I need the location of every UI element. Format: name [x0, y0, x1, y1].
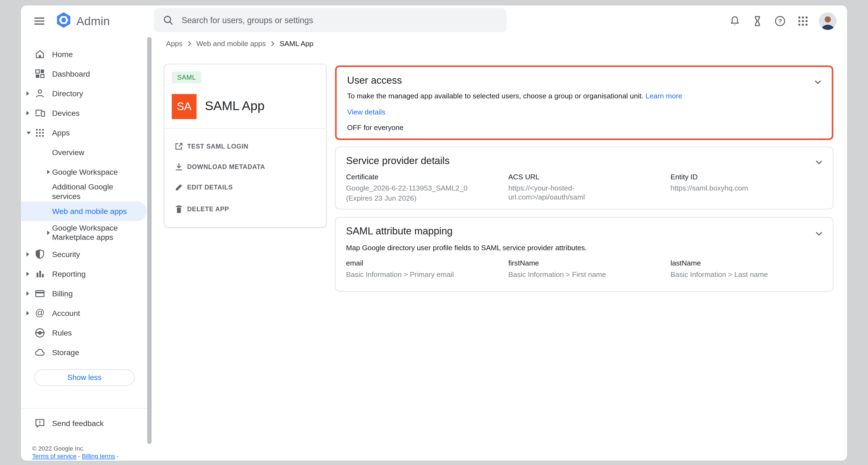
sidebar-item-label: Home — [52, 49, 141, 59]
sidebar-item-reporting[interactable]: Reporting — [21, 264, 148, 284]
pending-tasks-hourglass-icon[interactable] — [751, 14, 764, 28]
entity-id-field: Entity ID https://saml.boxyhq.com — [670, 173, 822, 203]
sidebar-item-label: Google Workspace — [52, 167, 141, 177]
expand-arrow-icon[interactable] — [26, 291, 29, 296]
top-bar: Admin ? — [21, 5, 847, 36]
delete-app-button[interactable]: DELETE APP — [164, 199, 326, 219]
breadcrumb-item-apps[interactable]: Apps — [166, 39, 182, 48]
breadcrumb-item-web-and-mobile-apps[interactable]: Web and mobile apps — [196, 39, 266, 48]
screen: Admin ? — [0, 0, 868, 465]
send-feedback-label: Send feedback — [52, 418, 141, 428]
test-saml-login-button[interactable]: TEST SAML LOGIN — [164, 136, 326, 157]
download-metadata-button[interactable]: DOWNLOAD METADATA — [164, 157, 326, 177]
sidebar-item-account[interactable]: @ Account — [21, 303, 148, 323]
chevron-down-icon[interactable] — [815, 230, 823, 238]
sidebar-item-security[interactable]: Security — [21, 245, 148, 264]
apps-grid-icon — [34, 127, 45, 138]
action-label: TEST SAML LOGIN — [187, 143, 248, 150]
sidebar-item-google-workspace[interactable]: Google Workspace — [21, 162, 148, 182]
at-sign-icon: @ — [34, 308, 45, 319]
edit-details-button[interactable]: EDIT DETAILS — [164, 177, 326, 197]
sidebar-item-rules[interactable]: Rules — [21, 323, 148, 343]
product-name: Admin — [76, 14, 110, 28]
mapping-email: email Basic Information > Primary email — [346, 259, 508, 279]
sidebar-item-directory[interactable]: Directory — [21, 84, 148, 103]
notifications-bell-icon[interactable] — [728, 14, 742, 28]
mapping-first-name: firstName Basic Information > First name — [508, 259, 670, 279]
mapped-field: Basic Information > Primary email — [346, 270, 508, 279]
user-access-status: OFF for everyone — [347, 123, 403, 132]
sidebar-item-additional-google-services[interactable]: Additional Google services — [21, 182, 148, 202]
field-value: Google_2026-6-22-113953_SAML2_0 — [346, 184, 508, 193]
user-access-description: To make the managed app available to sel… — [347, 92, 643, 100]
sidebar-item-label: Web and mobile apps — [52, 207, 141, 216]
breadcrumb-separator-icon — [188, 41, 191, 46]
svg-text:?: ? — [778, 18, 782, 25]
hamburger-menu-icon[interactable] — [33, 14, 46, 28]
sidebar-item-home[interactable]: Home — [21, 44, 148, 64]
expand-arrow-icon[interactable] — [26, 272, 29, 276]
google-apps-grid-icon[interactable] — [796, 14, 810, 28]
attribute-name: lastName — [670, 259, 822, 269]
sidebar-item-label: Rules — [52, 328, 141, 338]
sidebar-item-devices[interactable]: Devices — [21, 103, 148, 123]
sidebar-item-label: Overview — [52, 148, 141, 157]
help-icon[interactable]: ? — [773, 14, 787, 28]
expand-arrow-icon[interactable] — [26, 111, 29, 115]
attribute-mapping-description: Map Google directory user profile fields… — [346, 244, 587, 252]
saml-attribute-mapping-card: SAML attribute mapping Map Google direct… — [335, 217, 833, 292]
svg-text:@: @ — [35, 308, 45, 318]
sidebar-item-web-and-mobile-apps[interactable]: Web and mobile apps — [21, 202, 147, 221]
send-feedback-button[interactable]: Send feedback — [21, 413, 148, 433]
sidebar-item-dashboard[interactable]: Dashboard — [21, 64, 148, 84]
show-less-button[interactable]: Show less — [34, 369, 135, 386]
chevron-down-icon[interactable] — [815, 158, 823, 166]
expand-arrow-icon[interactable] — [47, 230, 50, 235]
search-input[interactable] — [182, 16, 498, 25]
sidebar-item-label: Directory — [52, 89, 141, 98]
dashboard-icon — [34, 68, 45, 79]
sidebar-item-overview[interactable]: Overview — [21, 143, 148, 162]
field-value: https://<your-hosted-url.com>/api/oauth/… — [508, 184, 602, 202]
app-avatar: SA — [172, 94, 196, 119]
sidebar-scrollbar[interactable] — [147, 37, 152, 444]
expand-arrow-icon[interactable] — [26, 91, 29, 96]
search-bar[interactable] — [154, 8, 507, 32]
card-divider — [164, 128, 326, 129]
field-note: (Expires 23 Jun 2026) — [346, 194, 508, 203]
person-icon — [34, 88, 45, 99]
sidebar-item-label: Storage — [52, 348, 141, 357]
learn-more-link[interactable]: Learn more — [646, 92, 682, 100]
sidebar-item-label: Devices — [52, 108, 141, 118]
field-label: Certificate — [346, 173, 508, 183]
sidebar-item-google-workspace-marketplace-apps[interactable]: Google Workspace Marketplace apps — [21, 221, 148, 244]
sidebar-item-label: Dashboard — [52, 69, 141, 79]
sidebar-item-apps[interactable]: Apps — [21, 123, 148, 143]
pencil-icon — [174, 182, 184, 192]
footer-separator: - — [78, 453, 80, 460]
user-avatar[interactable] — [819, 12, 837, 30]
chevron-down-icon[interactable] — [814, 78, 822, 86]
service-provider-details-card: Service provider details Certificate Goo… — [335, 147, 833, 209]
sidebar-nav: Home Dashboard Directory Devices — [21, 36, 148, 461]
devices-icon — [34, 107, 45, 119]
admin-logo[interactable]: Admin — [55, 13, 110, 29]
expand-arrow-icon[interactable] — [47, 170, 50, 174]
sidebar-item-storage[interactable]: Storage — [21, 343, 148, 362]
saml-app-summary-card: SAML SA SAML App TEST SAML LOGIN DOWNLOA… — [164, 64, 327, 227]
billing-terms-link[interactable]: Billing terms — [82, 453, 115, 460]
action-label: DELETE APP — [187, 205, 229, 213]
view-details-link[interactable]: View details — [347, 108, 385, 116]
expand-arrow-icon[interactable] — [26, 252, 29, 256]
user-access-title: User access — [347, 75, 402, 86]
terms-of-service-link[interactable]: Terms of service — [32, 453, 76, 460]
download-icon — [174, 162, 184, 172]
field-value: https://saml.boxyhq.com — [670, 184, 822, 193]
collapse-arrow-icon[interactable] — [26, 132, 31, 134]
attribute-mapping-title: SAML attribute mapping — [346, 225, 453, 237]
expand-arrow-icon[interactable] — [26, 311, 29, 315]
breadcrumb-current-page: SAML App — [280, 39, 313, 48]
field-label: ACS URL — [508, 173, 670, 183]
sidebar-item-billing[interactable]: Billing — [21, 284, 148, 303]
feedback-icon — [34, 417, 45, 429]
